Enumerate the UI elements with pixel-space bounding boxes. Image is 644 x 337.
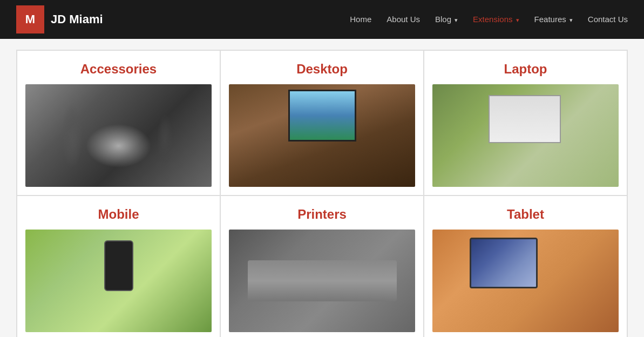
category-title-printers: Printers: [297, 207, 347, 222]
chevron-down-icon: ▾: [514, 17, 519, 23]
category-title-tablet: Tablet: [507, 207, 544, 222]
category-item-desktop[interactable]: Desktop: [220, 50, 424, 196]
category-grid: AccessoriesDesktopLaptopMobilePrintersTa…: [16, 50, 628, 337]
category-item-printers[interactable]: Printers: [220, 196, 424, 337]
nav-link-home[interactable]: Home: [350, 15, 371, 24]
main-content: AccessoriesDesktopLaptopMobilePrintersTa…: [0, 39, 644, 337]
category-item-laptop[interactable]: Laptop: [424, 50, 627, 196]
category-item-tablet[interactable]: Tablet: [424, 196, 627, 337]
category-title-laptop: Laptop: [504, 62, 547, 77]
main-nav: M JD Miami HomeAbout UsBlog ▾Extensions …: [0, 0, 644, 39]
category-image-desktop: [229, 84, 415, 187]
chevron-down-icon: ▾: [568, 17, 573, 23]
nav-link-contact-us[interactable]: Contact Us: [588, 15, 628, 24]
nav-link-blog[interactable]: Blog ▾: [435, 15, 458, 24]
logo-area[interactable]: M JD Miami: [16, 5, 103, 33]
nav-link-about-us[interactable]: About Us: [387, 15, 420, 24]
category-image-printers: [229, 230, 415, 332]
nav-link-extensions[interactable]: Extensions ▾: [473, 15, 519, 24]
category-title-desktop: Desktop: [296, 62, 348, 77]
category-image-tablet: [432, 230, 619, 332]
logo-icon: M: [16, 5, 44, 33]
nav-link-features[interactable]: Features ▾: [534, 15, 573, 24]
category-item-mobile[interactable]: Mobile: [17, 196, 220, 337]
brand-name: JD Miami: [51, 12, 103, 26]
category-title-accessories: Accessories: [80, 62, 157, 77]
category-image-laptop: [432, 84, 619, 187]
category-image-mobile: [25, 230, 212, 332]
category-item-accessories[interactable]: Accessories: [17, 50, 220, 196]
nav-links: HomeAbout UsBlog ▾Extensions ▾Features ▾…: [350, 15, 628, 24]
category-title-mobile: Mobile: [98, 207, 139, 222]
chevron-down-icon: ▾: [453, 17, 458, 23]
category-image-accessories: [25, 84, 212, 187]
